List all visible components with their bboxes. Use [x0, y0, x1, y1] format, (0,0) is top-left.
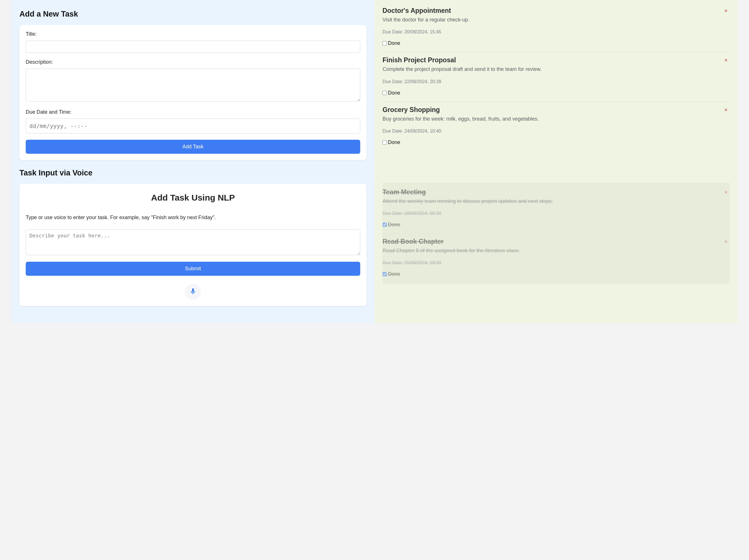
nlp-input[interactable]: [26, 229, 360, 255]
add-task-button[interactable]: Add Task: [26, 140, 360, 154]
close-icon: ✕: [724, 58, 728, 63]
voice-heading: Task Input via Voice: [19, 169, 366, 177]
task-item: Team Meeting✕Attend the weekly team meet…: [383, 184, 730, 234]
close-icon: ✕: [724, 8, 728, 13]
nlp-helper-text: Type or use voice to enter your task. Fo…: [26, 214, 360, 221]
task-done-row: Done: [383, 40, 730, 50]
done-label: Done: [388, 271, 400, 277]
delete-task-button[interactable]: ✕: [723, 7, 729, 14]
done-label: Done: [388, 90, 400, 96]
task-item: Grocery Shopping✕Buy groceries for the w…: [383, 102, 730, 151]
add-task-panel: Title: Description: Due Date and Time: A…: [19, 25, 366, 160]
done-label: Done: [388, 40, 400, 46]
task-description: Read Chapter 5 of the assigned book for …: [383, 247, 730, 254]
pending-task-list: Doctor's Appointment✕Visit the doctor fo…: [383, 3, 730, 151]
task-due-date: Due Date: 20/08/2024, 15:45: [383, 29, 730, 35]
due-label: Due Date and Time:: [26, 109, 360, 115]
delete-task-button[interactable]: ✕: [723, 189, 729, 196]
title-input[interactable]: [26, 41, 360, 53]
done-checkbox[interactable]: [383, 223, 387, 227]
done-checkbox[interactable]: [383, 140, 387, 144]
completed-task-list: Team Meeting✕Attend the weekly team meet…: [383, 183, 730, 284]
task-description: Complete the project proposal draft and …: [383, 66, 730, 72]
done-checkbox[interactable]: [383, 91, 387, 95]
done-checkbox[interactable]: [383, 272, 387, 276]
nlp-title: Add Task Using NLP: [26, 193, 360, 203]
description-input[interactable]: [26, 69, 360, 102]
delete-task-button[interactable]: ✕: [723, 107, 729, 113]
close-icon: ✕: [724, 239, 728, 244]
task-item: Read Book Chapter✕Read Chapter 5 of the …: [383, 234, 730, 283]
task-description: Buy groceries for the week: milk, eggs, …: [383, 115, 730, 122]
task-done-row: Done: [383, 222, 730, 231]
task-done-row: Done: [383, 271, 730, 281]
submit-button[interactable]: Submit: [26, 262, 360, 276]
task-due-date: Due Date: 24/08/2024, 10:40: [383, 129, 730, 134]
title-label: Title:: [26, 31, 360, 37]
done-label: Done: [388, 139, 400, 145]
delete-task-button[interactable]: ✕: [723, 57, 729, 63]
task-title: Finish Project Proposal: [383, 56, 730, 64]
microphone-button[interactable]: [185, 284, 201, 300]
task-title: Grocery Shopping: [383, 106, 730, 114]
task-title: Team Meeting: [383, 188, 730, 196]
delete-task-button[interactable]: ✕: [723, 238, 729, 245]
description-label: Description:: [26, 59, 360, 65]
microphone-icon: [189, 288, 197, 296]
task-due-date: Due Date: 22/08/2024, 20:39: [383, 79, 730, 84]
task-done-row: Done: [383, 90, 730, 99]
task-done-row: Done: [383, 139, 730, 149]
close-icon: ✕: [724, 107, 728, 112]
task-description: Visit the doctor for a regular check-up.: [383, 16, 730, 23]
close-icon: ✕: [724, 190, 728, 195]
task-description: Attend the weekly team meeting to discus…: [383, 198, 730, 205]
task-due-date: Due Date: 25/08/2024, 18:00: [383, 260, 730, 265]
add-task-heading: Add a New Task: [19, 10, 366, 19]
task-item: Finish Project Proposal✕Complete the pro…: [383, 52, 730, 102]
done-label: Done: [388, 222, 400, 228]
task-title: Read Book Chapter: [383, 238, 730, 245]
task-title: Doctor's Appointment: [383, 7, 730, 15]
task-due-date: Due Date: 28/08/2024, 09:30: [383, 211, 730, 216]
task-item: Doctor's Appointment✕Visit the doctor fo…: [383, 3, 730, 52]
due-date-input[interactable]: [26, 118, 360, 133]
done-checkbox[interactable]: [383, 41, 387, 45]
nlp-panel: Add Task Using NLP Type or use voice to …: [19, 184, 366, 306]
